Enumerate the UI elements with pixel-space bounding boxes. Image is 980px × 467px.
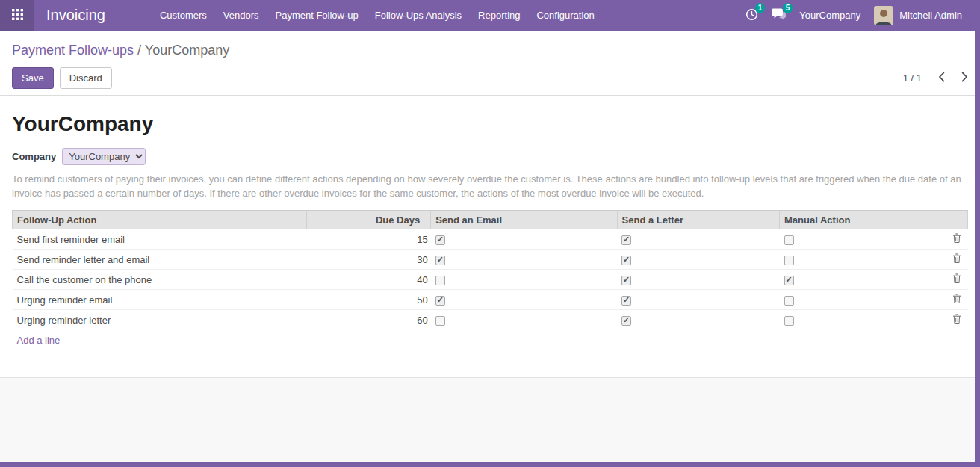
breadcrumb-separator: / xyxy=(137,43,145,58)
page: Invoicing Customers Vendors Payment Foll… xyxy=(0,0,980,467)
menu-customers[interactable]: Customers xyxy=(152,0,215,31)
table-row[interactable]: Urging reminder email 50 xyxy=(13,290,968,310)
trash-icon[interactable] xyxy=(952,294,961,303)
cell-action[interactable]: Urging reminder letter xyxy=(13,310,307,330)
control-panel-actions: Save Discard 1 / 1 xyxy=(12,67,968,89)
pager: 1 / 1 xyxy=(903,72,968,84)
form-sheet: YourCompany Company YourCompany To remin… xyxy=(0,96,980,377)
discard-button[interactable]: Discard xyxy=(60,67,112,89)
main-menu: Customers Vendors Payment Follow-up Foll… xyxy=(152,0,603,31)
cell-action[interactable]: Call the customer on the phone xyxy=(13,270,307,290)
followup-lines-table: Follow-Up Action Due Days Send an Email … xyxy=(12,210,968,350)
menu-configuration[interactable]: Configuration xyxy=(528,0,602,31)
company-field-row: Company YourCompany xyxy=(12,148,968,165)
breadcrumb: Payment Follow-ups / YourCompany xyxy=(12,31,968,59)
company-switcher[interactable]: YourCompany xyxy=(799,10,860,21)
send-email-checkbox[interactable] xyxy=(435,316,445,326)
help-text: To remind customers of paying their invo… xyxy=(12,172,968,200)
manual-action-checkbox[interactable] xyxy=(784,276,794,285)
cell-due-days[interactable]: 50 xyxy=(306,290,430,310)
top-navbar: Invoicing Customers Vendors Payment Foll… xyxy=(0,0,980,31)
manual-action-checkbox[interactable] xyxy=(784,235,794,245)
activities-button[interactable]: 1 xyxy=(745,8,758,23)
send-email-checkbox[interactable] xyxy=(435,256,445,265)
user-menu[interactable]: Mitchell Admin xyxy=(874,6,962,25)
message-count-badge: 5 xyxy=(783,3,793,13)
pager-value[interactable]: 1 / 1 xyxy=(903,72,922,84)
table-row[interactable]: Send reminder letter and email 30 xyxy=(13,250,968,270)
right-edge-bar xyxy=(975,0,980,467)
messages-button[interactable]: 5 xyxy=(772,8,786,22)
manual-action-checkbox[interactable] xyxy=(784,296,794,306)
col-header-due-days[interactable]: Due Days xyxy=(306,211,430,229)
page-background xyxy=(0,377,980,467)
menu-reporting[interactable]: Reporting xyxy=(470,0,528,31)
send-email-checkbox[interactable] xyxy=(435,235,445,245)
table-row[interactable]: Call the customer on the phone 40 xyxy=(13,270,968,290)
grid-icon xyxy=(12,9,23,22)
app-name[interactable]: Invoicing xyxy=(34,7,117,24)
add-a-line-link[interactable]: Add a line xyxy=(17,335,61,346)
cell-action[interactable]: Send reminder letter and email xyxy=(13,250,307,270)
breadcrumb-parent-link[interactable]: Payment Follow-ups xyxy=(12,43,134,58)
cell-action[interactable]: Urging reminder email xyxy=(13,290,307,310)
send-letter-checkbox[interactable] xyxy=(621,235,631,245)
send-letter-checkbox[interactable] xyxy=(621,256,631,265)
send-letter-checkbox[interactable] xyxy=(621,296,631,306)
menu-follow-ups-analysis[interactable]: Follow-Ups Analysis xyxy=(367,0,470,31)
company-select[interactable]: YourCompany xyxy=(62,148,146,165)
col-header-send-letter[interactable]: Send a Letter xyxy=(617,211,779,229)
cell-due-days[interactable]: 15 xyxy=(306,229,430,250)
col-header-manual-action[interactable]: Manual Action xyxy=(780,211,946,229)
chevron-left-icon xyxy=(938,72,945,84)
send-letter-checkbox[interactable] xyxy=(621,276,631,285)
breadcrumb-current: YourCompany xyxy=(145,43,229,58)
trash-icon[interactable] xyxy=(952,314,961,324)
company-field-label: Company xyxy=(12,151,56,162)
user-name: Mitchell Admin xyxy=(899,10,962,21)
cell-due-days[interactable]: 30 xyxy=(306,250,430,270)
pager-next-button[interactable] xyxy=(961,72,968,84)
cell-action[interactable]: Send first reminder email xyxy=(13,229,307,250)
control-panel: Payment Follow-ups / YourCompany Save Di… xyxy=(0,31,980,96)
avatar xyxy=(874,6,893,25)
cell-due-days[interactable]: 40 xyxy=(306,270,430,290)
trash-icon[interactable] xyxy=(952,273,961,283)
activity-count-badge: 1 xyxy=(755,3,766,13)
apps-menu-button[interactable] xyxy=(0,0,34,31)
col-header-followup-action[interactable]: Follow-Up Action xyxy=(13,211,307,229)
col-header-send-email[interactable]: Send an Email xyxy=(431,211,617,229)
send-email-checkbox[interactable] xyxy=(435,276,445,285)
cell-due-days[interactable]: 60 xyxy=(306,310,430,330)
systray: 1 5 YourCompany Mitchell Admin xyxy=(745,0,980,31)
send-letter-checkbox[interactable] xyxy=(621,316,631,326)
trash-icon[interactable] xyxy=(952,253,961,263)
chevron-right-icon xyxy=(961,72,968,84)
table-header-row: Follow-Up Action Due Days Send an Email … xyxy=(13,211,968,229)
col-header-delete xyxy=(946,211,967,229)
add-line-row: Add a line xyxy=(13,330,968,350)
menu-vendors[interactable]: Vendors xyxy=(215,0,267,31)
table-row[interactable]: Urging reminder letter 60 xyxy=(13,310,968,330)
page-title: YourCompany xyxy=(12,112,968,136)
table-row[interactable]: Send first reminder email 15 xyxy=(13,229,968,250)
bottom-edge-bar xyxy=(0,462,980,467)
menu-payment-follow-up[interactable]: Payment Follow-up xyxy=(267,0,367,31)
pager-previous-button[interactable] xyxy=(938,72,945,84)
manual-action-checkbox[interactable] xyxy=(784,316,794,326)
save-button[interactable]: Save xyxy=(12,67,54,89)
send-email-checkbox[interactable] xyxy=(435,296,445,306)
trash-icon[interactable] xyxy=(952,233,961,243)
manual-action-checkbox[interactable] xyxy=(784,256,794,265)
